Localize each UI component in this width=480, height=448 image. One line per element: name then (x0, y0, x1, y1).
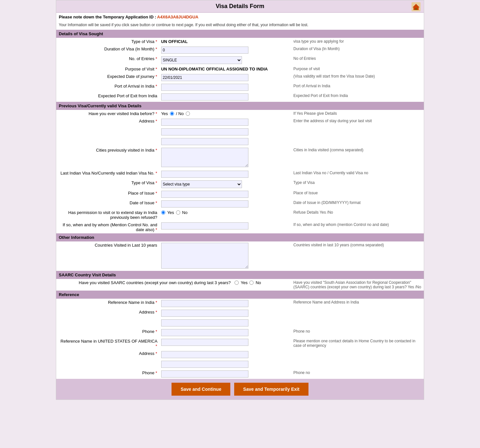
cities-textarea-cell (159, 146, 292, 169)
table-row: If so, when and by whom (Mention Control… (56, 221, 424, 233)
last-visa-no-input-cell (159, 169, 292, 179)
ref-phone-usa-input-cell (159, 369, 292, 379)
permission-no-radio[interactable] (176, 210, 180, 215)
no-entries-label: No. of Entries * (56, 55, 159, 65)
if-so-input-cell (159, 221, 292, 233)
table-row: Phone * Phone no (56, 369, 424, 379)
cities-hint: Cities in India visited (comma separated… (291, 146, 424, 169)
prev-visa-type-select-cell: Select visa type TOURIST BUSINESS EMPLOY… (159, 179, 292, 189)
ref-name-usa-label: Reference Name in UNITED STATES OF AMERI… (56, 337, 159, 350)
port-arrival-input-cell (159, 82, 292, 92)
port-arrival-input[interactable] (161, 84, 248, 91)
temp-id-value: A4X6A3A8JU4DGUA (157, 15, 198, 19)
last-visa-no-input[interactable] (161, 171, 248, 178)
visited-no-radio[interactable] (186, 112, 190, 116)
place-issue-input-cell (159, 189, 292, 199)
countries-visited-textarea[interactable] (161, 243, 248, 269)
ref-name-india-input[interactable] (161, 300, 248, 307)
home-icon[interactable] (412, 2, 421, 11)
table-row: Countries Visited in Last 10 years Count… (56, 241, 424, 271)
port-exit-input-cell (159, 92, 292, 102)
visited-before-label: Have you ever visited India before? * (56, 110, 159, 117)
duration-input[interactable] (161, 47, 248, 54)
expected-date-input[interactable] (161, 74, 248, 81)
table-row: Type of Visa * UN OFFICIAL visa type you… (56, 38, 424, 45)
expected-date-label: Expected Date of journey * (56, 73, 159, 82)
table-row (56, 359, 424, 369)
ref-address-usa-label: Address * (56, 350, 159, 359)
port-exit-input[interactable] (161, 93, 248, 101)
table-row: Port of Arrival in India * Port of Arriv… (56, 82, 424, 92)
no-entries-select[interactable]: SINGLE DOUBLE MULTIPLE (161, 56, 242, 64)
address-input-1-cell (159, 117, 292, 127)
if-so-input[interactable] (161, 222, 248, 229)
table-row: Cities previously visited in India * Cit… (56, 146, 424, 169)
table-row (56, 127, 424, 137)
save-exit-button[interactable]: Save and Temporarily Exit (234, 383, 308, 396)
ref-address-india-input-1[interactable] (161, 310, 248, 317)
address-input-2[interactable] (161, 128, 248, 135)
date-issue-input-cell (159, 199, 292, 209)
page-title: Visa Details Form (216, 3, 265, 9)
visa-details-table: Type of Visa * UN OFFICIAL visa type you… (56, 38, 424, 102)
ref-phone-india-label: Phone * (56, 328, 159, 337)
permission-yes-radio[interactable] (161, 210, 165, 215)
svg-rect-2 (415, 8, 417, 10)
prev-visa-type-hint: Type of Visa (291, 179, 424, 189)
port-exit-hint: Expected Port of Exit from India (291, 92, 424, 102)
place-issue-hint: Place of Issue (291, 189, 424, 199)
address-input-3-cell (159, 137, 292, 146)
page-header: Visa Details Form (56, 0, 424, 13)
duration-input-cell (159, 45, 292, 55)
ref-address-india-input-2[interactable] (161, 319, 248, 326)
ref-phone-usa-input[interactable] (161, 370, 248, 378)
address-input-3[interactable] (161, 138, 248, 145)
port-exit-label: Expected Port of Exit from India (56, 92, 159, 102)
ref-name-usa-hint: Please mention one contact details in Ho… (291, 337, 424, 350)
table-row: Place of Issue * Place of Issue (56, 189, 424, 199)
address-input-1[interactable] (161, 119, 248, 126)
section-other-info: Other Information (56, 233, 424, 241)
ref-name-india-input-cell (159, 299, 292, 308)
ref-name-usa-input-cell (159, 337, 292, 350)
table-row: Address * (56, 350, 424, 359)
last-visa-no-hint: Last Indian Visa no / Currently valid Vi… (291, 169, 424, 179)
date-issue-hint: Date of Issue in (DD/MM/YYYY) format (291, 199, 424, 209)
date-issue-input[interactable] (161, 200, 248, 208)
ref-address-usa-input-2[interactable] (161, 361, 248, 368)
ref-name-usa-input[interactable] (161, 339, 248, 346)
last-visa-no-label: Last Indian Visa No/Currently valid Indi… (56, 169, 159, 179)
address-input-2-cell (159, 127, 292, 137)
countries-visited-hint: Countries visited in last 10 years (comm… (291, 241, 424, 271)
table-row (56, 318, 424, 328)
table-row: Reference Name in UNITED STATES OF AMERI… (56, 337, 424, 350)
visited-before-hint: If Yes Please give Details (291, 110, 424, 117)
saarc-yes-radio[interactable] (235, 281, 239, 285)
saarc-no-radio[interactable] (249, 281, 254, 285)
bottom-bar: Save and Continue Save and Temporarily E… (56, 379, 424, 400)
section-previous-visa: Previous Visa/Currently valid Visa Detai… (56, 102, 424, 110)
port-arrival-hint: Port of Arrival in India (291, 82, 424, 92)
save-continue-button[interactable]: Save and Continue (172, 383, 230, 396)
ref-phone-usa-label: Phone * (56, 369, 159, 379)
countries-visited-textarea-cell (159, 241, 292, 271)
prev-visa-type-select[interactable]: Select visa type TOURIST BUSINESS EMPLOY… (161, 180, 242, 188)
info-text: Your Information will be saved if you cl… (56, 21, 424, 30)
table-row: Have you visited SAARC countries (except… (56, 279, 424, 291)
saarc-radios: Yes No (233, 279, 291, 291)
permission-hint: Refuse Details Yes /No (291, 209, 424, 221)
duration-hint: Duration of Visa (In Month) (291, 45, 424, 55)
ref-address-usa-input-1[interactable] (161, 351, 248, 358)
visited-yes-radio[interactable] (170, 112, 174, 116)
table-row: Have you ever visited India before? * Ye… (56, 110, 424, 117)
table-row (56, 137, 424, 146)
ref-phone-india-input[interactable] (161, 329, 248, 336)
place-issue-input[interactable] (161, 191, 248, 198)
previous-visa-table: Have you ever visited India before? * Ye… (56, 110, 424, 233)
table-row: Reference Name in India * Reference Name… (56, 299, 424, 308)
cities-textarea[interactable] (161, 148, 248, 167)
prev-visa-type-label: Type of Visa * (56, 179, 159, 189)
other-info-table: Countries Visited in Last 10 years Count… (56, 241, 424, 271)
saarc-hint: Have you visited "South Asian Associatio… (291, 279, 424, 291)
purpose-hint: Purpose of visit (291, 65, 424, 73)
